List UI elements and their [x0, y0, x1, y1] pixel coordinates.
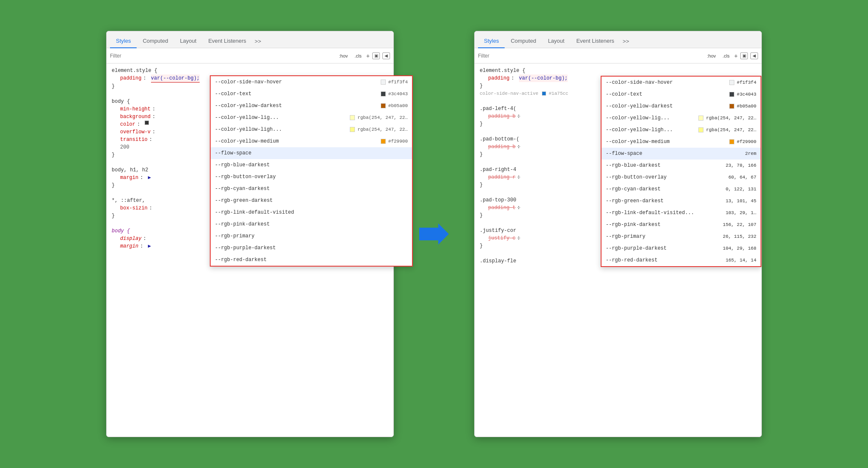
autocomplete-item-right[interactable]: --rgb-cyan-darkest 0, 122, 131 [602, 183, 761, 195]
autocomplete-item[interactable]: --color-yellow-medium #f29900 [211, 135, 394, 147]
autocomplete-item-right[interactable]: --color-yellow-medium #f29900 [602, 136, 761, 148]
autocomplete-item-right[interactable]: --color-yellow-lig... rgba(254, 247, 22… [602, 112, 761, 124]
tab-more-left[interactable]: >> [252, 35, 264, 48]
left-filter-bar: :hov .cls + ▣ ◀ [107, 48, 393, 63]
autocomplete-item[interactable]: --color-side-nav-hover #f1f3f4 [211, 76, 394, 88]
autocomplete-item[interactable]: --rgb-green-darkest [211, 195, 394, 206]
autocomplete-item[interactable]: --rgb-cyan-darkest [211, 183, 394, 195]
swatch-yellow-ligh [350, 127, 355, 132]
autocomplete-item-right[interactable]: --rgb-green-darkest 13, 101, 45 [602, 195, 761, 207]
left-cls-button[interactable]: .cls [352, 52, 364, 60]
right-filter-input[interactable] [478, 53, 703, 59]
autocomplete-item[interactable]: --rgb-link-default-visited [211, 206, 394, 218]
right-add-rule-icon[interactable]: + [734, 52, 738, 59]
tab-more-right[interactable]: >> [620, 35, 632, 48]
autocomplete-item[interactable]: --rgb-primary [211, 230, 394, 242]
css-block-element-style: element.style { [112, 67, 388, 74]
left-add-rule-icon[interactable]: + [366, 52, 370, 59]
left-tabs-bar: Styles Computed Layout Event Listeners >… [107, 31, 393, 48]
autocomplete-item-right[interactable]: --color-text #3c4043 [602, 88, 761, 100]
autocomplete-item[interactable]: --rgb-purple-darkest [211, 242, 394, 254]
left-hov-button[interactable]: :hov [337, 52, 350, 60]
tab-layout-right[interactable]: Layout [542, 34, 570, 48]
autocomplete-item-right[interactable]: --rgb-blue-darkest 23, 78, 166 [602, 160, 761, 171]
autocomplete-item[interactable]: --rgb-red-darkest [211, 254, 394, 266]
tab-event-listeners-right[interactable]: Event Listeners [570, 34, 620, 48]
swatch-yellow-lig [350, 115, 355, 120]
autocomplete-item[interactable]: --rgb-pink-darkest [211, 218, 394, 230]
tab-styles-right[interactable]: Styles [478, 34, 505, 48]
autocomplete-item-right[interactable]: --rgb-purple-darkest 104, 29, 168 [602, 242, 761, 254]
autocomplete-item[interactable]: --color-yellow-lig... rgba(254, 247, 22… [211, 112, 394, 124]
tab-computed-right[interactable]: Computed [505, 34, 542, 48]
tab-event-listeners-left[interactable]: Event Listeners [202, 34, 252, 48]
autocomplete-item-right[interactable]: --rgb-pink-darkest 156, 22, 107 [602, 219, 761, 231]
right-cls-button[interactable]: .cls [720, 52, 732, 60]
right-devtools-panel: Styles Computed Layout Event Listeners >… [474, 31, 762, 437]
swatch-text [381, 91, 386, 96]
swatch-yellow-darkest [381, 103, 386, 108]
right-filter-bar: :hov .cls + ▣ ◀ [475, 48, 761, 63]
autocomplete-item-right[interactable]: --rgb-red-darkest 165, 14, 14 [602, 254, 761, 266]
autocomplete-item-right[interactable]: --rgb-link-default-visited... 103, 29, 1… [602, 207, 761, 219]
swatch-nav-hover [381, 80, 386, 85]
autocomplete-item-right[interactable]: --rgb-primary 26, 115, 232 [602, 231, 761, 242]
swatch-yellow-medium [381, 139, 386, 144]
autocomplete-item-right[interactable]: --color-yellow-darkest #b05a00 [602, 100, 761, 112]
autocomplete-item-right[interactable]: --color-yellow-ligh... rgba(254, 247, 22… [602, 124, 761, 136]
blue-arrow-icon [419, 223, 449, 245]
right-panel-wrapper: Styles Computed Layout Event Listeners >… [474, 31, 762, 437]
left-devtools-panel: Styles Computed Layout Event Listeners >… [106, 31, 394, 437]
autocomplete-item-right[interactable]: --rgb-button-overlay 60, 64, 67 [602, 171, 761, 183]
right-tabs-bar: Styles Computed Layout Event Listeners >… [475, 31, 761, 48]
color-swatch-body [145, 121, 149, 125]
left-inspect-icon[interactable]: ▣ [372, 52, 380, 59]
autocomplete-item[interactable]: --rgb-blue-darkest [211, 159, 394, 171]
autocomplete-item-selected[interactable]: --flow-space [211, 147, 394, 159]
tab-layout-left[interactable]: Layout [174, 34, 202, 48]
tab-styles-left[interactable]: Styles [110, 34, 137, 48]
left-toggle-icon[interactable]: ◀ [382, 52, 390, 59]
autocomplete-item[interactable]: --color-yellow-darkest #b05a00 [211, 100, 394, 112]
left-autocomplete-dropdown: --color-side-nav-hover #f1f3f4 --color-t… [210, 75, 394, 267]
right-hov-button[interactable]: :hov [705, 52, 718, 60]
blue-arrow-container [419, 223, 449, 245]
autocomplete-item-right[interactable]: --color-side-nav-hover #f1f3f4 [602, 77, 761, 88]
autocomplete-item[interactable]: --rgb-button-overlay [211, 171, 394, 183]
autocomplete-item[interactable]: --color-text #3c4043 [211, 88, 394, 100]
left-panel-wrapper: Styles Computed Layout Event Listeners >… [106, 31, 394, 437]
right-inspect-icon[interactable]: ▣ [740, 52, 748, 59]
svg-marker-0 [419, 223, 449, 245]
right-toggle-icon[interactable]: ◀ [750, 52, 758, 59]
tab-computed-left[interactable]: Computed [137, 34, 174, 48]
right-autocomplete-dropdown: --color-side-nav-hover #f1f3f4 --color-t… [601, 76, 761, 267]
left-filter-input[interactable] [110, 53, 335, 59]
autocomplete-item[interactable]: --color-yellow-ligh... rgba(254, 247, 22… [211, 124, 394, 135]
autocomplete-item-right-selected[interactable]: --flow-space 2rem [602, 148, 761, 160]
